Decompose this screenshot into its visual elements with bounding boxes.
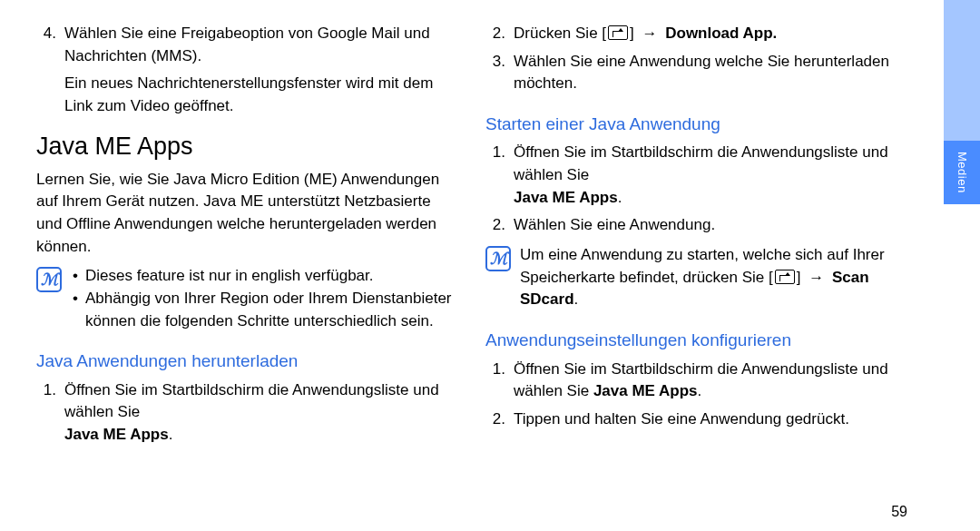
note-box-2: ℳ Um eine Anwendung zu starten, welche s… (485, 244, 907, 311)
config-step-2: 2. Tippen und halten Sie eine Anwendung … (485, 408, 907, 431)
note-content: • Dieses feature ist nur in english verf… (71, 265, 458, 332)
side-spacer (944, 204, 980, 531)
step-text: Drücken Sie [] → Download App. (514, 23, 907, 45)
bullet-dot: • (71, 288, 80, 332)
step-text: Öffnen Sie im Startbildschirm die Anwend… (514, 359, 907, 403)
text-post: ] (630, 25, 638, 42)
bullet-text: Abhängig von Ihrer Region oder Ihrem Die… (85, 288, 458, 332)
config-step-1: 1. Öffnen Sie im Startbildschirm die Anw… (485, 359, 907, 403)
step-text: Öffnen Sie im Startbildschirm die Anwend… (514, 142, 907, 209)
heading-download: Java Anwendungen herunterladen (36, 349, 458, 374)
step-number: 1. (485, 359, 505, 403)
heading-config: Anwendungseinstellungen konfigurieren (485, 328, 907, 353)
note-box: ℳ • Dieses feature ist nur in english ve… (36, 265, 458, 332)
step-text-bold: Java ME Apps (64, 426, 169, 443)
step-text-bold: Java ME Apps (593, 382, 698, 399)
step-text-bold: Java ME Apps (514, 189, 618, 206)
bullet-dot: • (71, 265, 80, 288)
download-step-3: 3. Wählen Sie eine Anwendung welche Sie … (485, 51, 907, 95)
note-pre: [ (769, 269, 773, 286)
intro-paragraph: Lernen Sie, wie Sie Java Micro Edition (… (36, 169, 458, 259)
side-tab-bar: Medien (944, 0, 980, 531)
step-text-plain: Öffnen Sie im Startbildschirm die Anwend… (514, 143, 888, 183)
step-number: 2. (485, 214, 505, 237)
heading-java-me-apps: Java ME Apps (36, 129, 458, 164)
side-tab-active: Medien (944, 141, 980, 204)
period: . (698, 382, 702, 399)
step-number: 3. (485, 51, 505, 95)
heading-start: Starten einer Java Anwendung (485, 112, 907, 137)
text-pre: Drücken Sie [ (514, 25, 606, 42)
step-text: Öffnen Sie im Startbildschirm die Anwend… (64, 379, 458, 447)
note-icon: ℳ (485, 246, 511, 271)
step-number: 1. (36, 379, 56, 447)
note-post: ] (797, 269, 805, 286)
menu-key-icon (775, 270, 795, 284)
start-step-1: 1. Öffnen Sie im Startbildschirm die Anw… (485, 142, 907, 209)
note-bullet-1: • Dieses feature ist nur in english verf… (71, 265, 458, 288)
left-column: 4. Wählen Sie eine Freigabeoption von Go… (36, 23, 458, 452)
side-tab-inactive (944, 0, 980, 141)
step-4: 4. Wählen Sie eine Freigabeoption von Go… (36, 23, 458, 67)
text-bold: Download App. (662, 25, 778, 42)
step-number: 2. (485, 23, 505, 45)
arrow-icon: → (808, 269, 824, 286)
step-subtext: Ein neues Nachrichtenerstellungsfenster … (36, 73, 458, 117)
download-step-1: 1. Öffnen Sie im Startbildschirm die Anw… (36, 379, 458, 447)
note-bullet-2: • Abhängig von Ihrer Region oder Ihrem D… (71, 288, 458, 332)
step-text-a: Wählen Sie eine Freigabeoption von Googl… (64, 25, 430, 64)
note-icon: ℳ (36, 267, 62, 292)
right-column: 2. Drücken Sie [] → Download App. 3. Wäh… (485, 23, 907, 452)
start-step-2: 2. Wählen Sie eine Anwendung. (485, 214, 907, 237)
period: . (169, 426, 173, 443)
step-text: Wählen Sie eine Freigabeoption von Googl… (64, 23, 458, 67)
step-text: Wählen Sie eine Anwendung. (514, 214, 907, 237)
period: . (574, 290, 579, 308)
step-number: 4. (36, 23, 56, 67)
download-step-2: 2. Drücken Sie [] → Download App. (485, 23, 907, 45)
step-text: Tippen und halten Sie eine Anwendung ged… (514, 408, 907, 431)
menu-key-icon (608, 25, 628, 40)
step-text: Wählen Sie eine Anwendung welche Sie her… (514, 51, 907, 95)
document-page: 4. Wählen Sie eine Freigabeoption von Go… (0, 0, 944, 531)
side-tab-label: Medien (956, 152, 969, 193)
two-column-layout: 4. Wählen Sie eine Freigabeoption von Go… (36, 23, 907, 452)
arrow-icon: → (642, 25, 658, 42)
bullet-text: Dieses feature ist nur in english verfüg… (85, 265, 458, 288)
note-content: Um eine Anwendung zu starten, welche sic… (520, 244, 907, 311)
step-number: 2. (485, 408, 505, 431)
step-number: 1. (485, 142, 505, 209)
period: . (618, 189, 622, 206)
step-text-plain: Öffnen Sie im Startbildschirm die Anwend… (64, 381, 439, 421)
page-number: 59 (891, 504, 907, 520)
